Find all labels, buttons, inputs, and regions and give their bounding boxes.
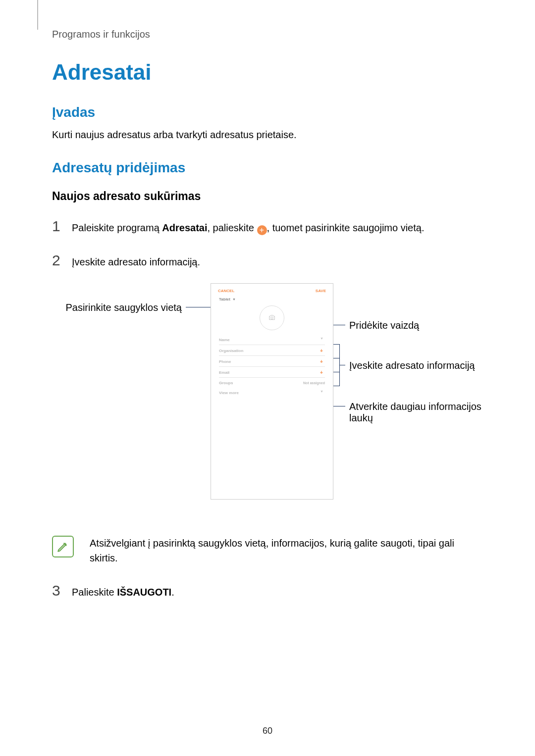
plus-icon: + [257,225,267,235]
conn-info-h2 [333,358,339,358]
mock-viewmore-label: View more [219,391,318,395]
figure-area: Pasirinkite saugyklos vietą Pridėkite va… [52,283,483,521]
step-1-text: Paleiskite programą Adresatai, palieskit… [72,220,483,235]
step-3-text: Palieskite IŠSAUGOTI. [72,585,483,600]
mock-groups-label: Groups [219,381,303,385]
mock-cancel: CANCEL [218,289,316,293]
step-3: 3 Palieskite IŠSAUGOTI. [52,579,483,602]
step-1-pre: Paleiskite programą [72,222,162,233]
step-3-num: 3 [52,579,72,602]
ann-more: Atverkite daugiau informacijos laukų [349,401,503,424]
chevron-down-icon: ▼ [232,298,236,301]
conn-info-h4 [333,386,339,386]
plus-icon: + [318,348,325,353]
mock-row-phone: Phone + [219,356,325,367]
mock-storage-row: Tablet ▼ [211,297,333,303]
page-header: Programos ir funkcijos [52,29,483,40]
mock-groups-act: Not assigned [303,381,325,385]
ann-image: Pridėkite vaizdą [349,320,419,331]
mock-row-viewmore: View more ˅ [219,387,325,398]
mock-avatar [260,305,284,330]
mock-save: SAVE [316,289,326,293]
chevron-down-icon: ˅ [318,337,325,343]
note-row: Atsižvelgiant į pasirinktą saugyklos vie… [52,536,483,565]
step-3-pre: Palieskite [72,587,117,598]
mock-storage-label: Tablet [219,297,230,302]
conn-info-out [339,365,345,365]
ann-storage: Pasirinkite saugyklos vietą [52,302,182,313]
mock-row-email: Email + [219,367,325,378]
intro-body: Kurti naujus adresatus arba tvarkyti adr… [52,127,483,142]
step-3-post: . [171,587,174,598]
ann-info: Įveskite adresato informaciją [349,360,475,371]
mock-row-name: Name ˅ [219,334,325,345]
conn-info-h1 [333,344,339,345]
camera-icon [268,314,275,322]
section-sub: Naujos adresato sukūrimas [52,190,483,203]
mock-name-label: Name [219,338,318,342]
svg-point-0 [271,316,273,319]
mock-topbar: CANCEL SAVE [211,284,333,297]
step-2-num: 2 [52,249,72,271]
conn-info-h3 [333,372,339,372]
step-1-num: 1 [52,215,72,237]
page-content: Programos ir funkcijos Adresatai Įvadas … [0,0,535,602]
step-1-bold: Adresatai [162,222,207,233]
mock-org-label: Organisation [219,349,318,353]
step-3-bold: IŠSAUGOTI [117,587,171,598]
conn-more [333,406,345,406]
phone-mock: CANCEL SAVE Tablet ▼ Name ˅ Organisation… [211,283,333,500]
mock-row-groups: Groups Not assigned [219,378,325,387]
note-text: Atsižvelgiant į pasirinktą saugyklos vie… [90,536,483,565]
step-2: 2 Įveskite adresato informaciją. [52,249,483,271]
section-heading: Adresatų pridėjimas [52,160,483,176]
page-number: 60 [0,726,535,736]
plus-icon: + [318,370,325,375]
step-1-mid: , palieskite [207,222,257,233]
mock-row-org: Organisation + [219,345,325,356]
chevron-down-icon: ˅ [318,390,325,396]
mock-phone-label: Phone [219,359,318,364]
plus-icon: + [318,359,325,364]
step-1: 1 Paleiskite programą Adresatai, paliesk… [52,215,483,237]
step-1-post: , tuomet pasirinkite saugojimo vietą. [267,222,425,233]
intro-heading: Įvadas [52,104,483,120]
step-2-text: Įveskite adresato informaciją. [72,254,483,269]
mock-email-label: Email [219,370,318,375]
note-icon [52,536,74,557]
title-h1: Adresatai [52,60,483,85]
